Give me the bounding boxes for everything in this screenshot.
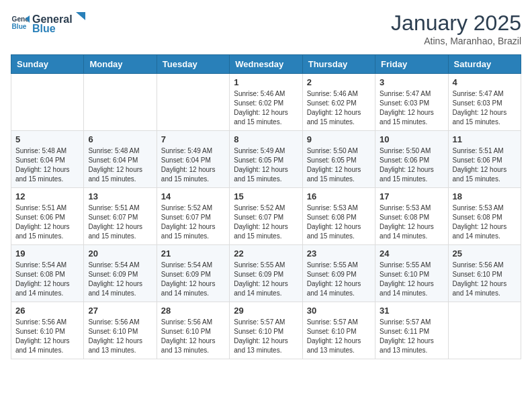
calendar-cell: 12Sunrise: 5:51 AM Sunset: 6:06 PM Dayli…	[11, 188, 84, 245]
calendar-cell: 29Sunrise: 5:57 AM Sunset: 6:10 PM Dayli…	[230, 302, 302, 359]
day-number: 14	[161, 191, 225, 201]
calendar-cell: 30Sunrise: 5:57 AM Sunset: 6:10 PM Dayli…	[302, 302, 375, 359]
calendar-cell: 27Sunrise: 5:56 AM Sunset: 6:10 PM Dayli…	[84, 302, 157, 359]
weekday-header-monday: Monday	[84, 55, 157, 74]
day-number: 15	[234, 191, 298, 201]
week-row-5: 26Sunrise: 5:56 AM Sunset: 6:10 PM Dayli…	[11, 302, 521, 359]
day-info: Sunrise: 5:57 AM Sunset: 6:10 PM Dayligh…	[234, 318, 298, 355]
day-info: Sunrise: 5:55 AM Sunset: 6:09 PM Dayligh…	[234, 261, 298, 298]
svg-marker-4	[76, 12, 85, 20]
calendar-cell: 2Sunrise: 5:46 AM Sunset: 6:02 PM Daylig…	[302, 74, 375, 131]
logo: General Blue General Blue	[11, 11, 85, 35]
weekday-header-wednesday: Wednesday	[230, 55, 302, 74]
calendar-cell: 1Sunrise: 5:46 AM Sunset: 6:02 PM Daylig…	[230, 74, 302, 131]
calendar-cell: 25Sunrise: 5:56 AM Sunset: 6:10 PM Dayli…	[448, 245, 521, 302]
day-number: 11	[453, 134, 517, 144]
day-number: 22	[234, 248, 298, 259]
day-info: Sunrise: 5:47 AM Sunset: 6:03 PM Dayligh…	[453, 89, 517, 127]
day-number: 13	[88, 191, 152, 201]
weekday-header-tuesday: Tuesday	[157, 55, 229, 74]
day-info: Sunrise: 5:54 AM Sunset: 6:09 PM Dayligh…	[161, 261, 225, 298]
calendar-cell: 16Sunrise: 5:53 AM Sunset: 6:08 PM Dayli…	[302, 188, 375, 245]
calendar-cell: 31Sunrise: 5:57 AM Sunset: 6:11 PM Dayli…	[375, 302, 448, 359]
day-number: 6	[88, 134, 152, 144]
day-info: Sunrise: 5:46 AM Sunset: 6:02 PM Dayligh…	[234, 89, 298, 127]
day-info: Sunrise: 5:55 AM Sunset: 6:10 PM Dayligh…	[380, 261, 443, 298]
day-info: Sunrise: 5:54 AM Sunset: 6:09 PM Dayligh…	[88, 261, 152, 298]
calendar-cell: 26Sunrise: 5:56 AM Sunset: 6:10 PM Dayli…	[11, 302, 84, 359]
day-info: Sunrise: 5:51 AM Sunset: 6:06 PM Dayligh…	[453, 146, 517, 184]
day-number: 27	[88, 306, 152, 316]
day-info: Sunrise: 5:54 AM Sunset: 6:08 PM Dayligh…	[15, 261, 79, 298]
calendar-cell: 7Sunrise: 5:49 AM Sunset: 6:04 PM Daylig…	[157, 131, 229, 188]
calendar-cell	[157, 74, 229, 131]
calendar-cell: 20Sunrise: 5:54 AM Sunset: 6:09 PM Dayli…	[84, 245, 157, 302]
day-info: Sunrise: 5:50 AM Sunset: 6:05 PM Dayligh…	[307, 146, 371, 184]
calendar-cell: 17Sunrise: 5:53 AM Sunset: 6:08 PM Dayli…	[375, 188, 448, 245]
day-number: 19	[15, 248, 79, 259]
day-info: Sunrise: 5:48 AM Sunset: 6:04 PM Dayligh…	[88, 146, 152, 184]
weekday-header-saturday: Saturday	[448, 55, 521, 74]
day-number: 10	[380, 134, 443, 144]
calendar-cell: 28Sunrise: 5:56 AM Sunset: 6:10 PM Dayli…	[157, 302, 229, 359]
day-number: 1	[234, 77, 298, 87]
location-subtitle: Atins, Maranhao, Brazil	[391, 36, 521, 46]
calendar-cell: 23Sunrise: 5:55 AM Sunset: 6:09 PM Dayli…	[302, 245, 375, 302]
calendar-cell: 11Sunrise: 5:51 AM Sunset: 6:06 PM Dayli…	[448, 131, 521, 188]
calendar-cell: 24Sunrise: 5:55 AM Sunset: 6:10 PM Dayli…	[375, 245, 448, 302]
calendar-cell: 4Sunrise: 5:47 AM Sunset: 6:03 PM Daylig…	[448, 74, 521, 131]
day-number: 7	[161, 134, 225, 144]
day-info: Sunrise: 5:57 AM Sunset: 6:10 PM Dayligh…	[307, 318, 371, 355]
day-number: 8	[234, 134, 298, 144]
page-header: General Blue General Blue January 2025 A…	[11, 11, 521, 46]
day-number: 20	[88, 248, 152, 259]
calendar-cell	[11, 74, 84, 131]
calendar-cell: 14Sunrise: 5:52 AM Sunset: 6:07 PM Dayli…	[157, 188, 229, 245]
day-number: 30	[307, 306, 371, 316]
day-info: Sunrise: 5:51 AM Sunset: 6:07 PM Dayligh…	[88, 203, 152, 241]
logo-triangle-icon	[73, 11, 85, 23]
day-number: 2	[307, 77, 371, 87]
calendar-table: SundayMondayTuesdayWednesdayThursdayFrid…	[11, 54, 521, 359]
day-number: 4	[453, 77, 517, 87]
day-number: 31	[380, 306, 443, 316]
calendar-cell: 8Sunrise: 5:49 AM Sunset: 6:05 PM Daylig…	[230, 131, 302, 188]
weekday-header-row: SundayMondayTuesdayWednesdayThursdayFrid…	[11, 55, 521, 74]
calendar-cell	[448, 302, 521, 359]
day-info: Sunrise: 5:56 AM Sunset: 6:10 PM Dayligh…	[15, 318, 79, 355]
calendar-cell: 19Sunrise: 5:54 AM Sunset: 6:08 PM Dayli…	[11, 245, 84, 302]
day-number: 5	[15, 134, 79, 144]
calendar-cell: 13Sunrise: 5:51 AM Sunset: 6:07 PM Dayli…	[84, 188, 157, 245]
title-block: January 2025 Atins, Maranhao, Brazil	[391, 11, 521, 46]
day-info: Sunrise: 5:49 AM Sunset: 6:05 PM Dayligh…	[234, 146, 298, 184]
day-info: Sunrise: 5:50 AM Sunset: 6:06 PM Dayligh…	[380, 146, 443, 184]
calendar-cell: 18Sunrise: 5:53 AM Sunset: 6:08 PM Dayli…	[448, 188, 521, 245]
day-number: 21	[161, 248, 225, 259]
logo-icon: General Blue	[11, 13, 30, 32]
calendar-cell: 3Sunrise: 5:47 AM Sunset: 6:03 PM Daylig…	[375, 74, 448, 131]
day-number: 28	[161, 306, 225, 316]
calendar-cell: 9Sunrise: 5:50 AM Sunset: 6:05 PM Daylig…	[302, 131, 375, 188]
day-info: Sunrise: 5:52 AM Sunset: 6:07 PM Dayligh…	[161, 203, 225, 241]
day-info: Sunrise: 5:57 AM Sunset: 6:11 PM Dayligh…	[380, 318, 443, 355]
day-number: 26	[15, 306, 79, 316]
day-number: 12	[15, 191, 79, 201]
day-info: Sunrise: 5:47 AM Sunset: 6:03 PM Dayligh…	[380, 89, 443, 127]
day-number: 9	[307, 134, 371, 144]
day-number: 18	[453, 191, 517, 201]
calendar-cell: 22Sunrise: 5:55 AM Sunset: 6:09 PM Dayli…	[230, 245, 302, 302]
day-info: Sunrise: 5:51 AM Sunset: 6:06 PM Dayligh…	[15, 203, 79, 241]
day-info: Sunrise: 5:48 AM Sunset: 6:04 PM Dayligh…	[15, 146, 79, 184]
day-info: Sunrise: 5:53 AM Sunset: 6:08 PM Dayligh…	[307, 203, 371, 241]
day-number: 25	[453, 248, 517, 259]
week-row-3: 12Sunrise: 5:51 AM Sunset: 6:06 PM Dayli…	[11, 188, 521, 245]
day-info: Sunrise: 5:56 AM Sunset: 6:10 PM Dayligh…	[453, 261, 517, 298]
month-title: January 2025	[391, 11, 521, 36]
weekday-header-sunday: Sunday	[11, 55, 84, 74]
calendar-cell: 15Sunrise: 5:52 AM Sunset: 6:07 PM Dayli…	[230, 188, 302, 245]
day-number: 23	[307, 248, 371, 259]
calendar-cell: 10Sunrise: 5:50 AM Sunset: 6:06 PM Dayli…	[375, 131, 448, 188]
day-info: Sunrise: 5:46 AM Sunset: 6:02 PM Dayligh…	[307, 89, 371, 127]
weekday-header-friday: Friday	[375, 55, 448, 74]
day-number: 29	[234, 306, 298, 316]
